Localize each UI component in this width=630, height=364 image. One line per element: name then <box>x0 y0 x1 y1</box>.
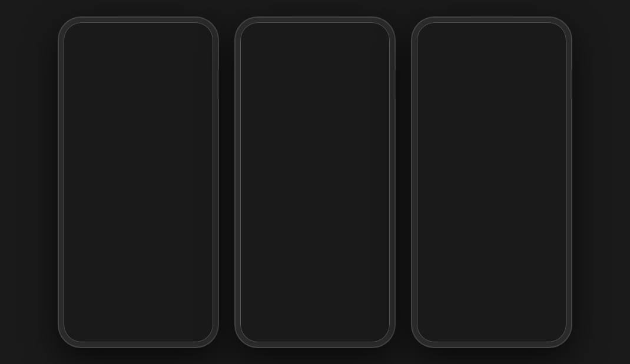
svg-rect-50 <box>342 106 346 113</box>
app-store-text-3: Download on the App Store <box>438 232 460 241</box>
svg-rect-64 <box>528 29 530 32</box>
status-icons-1 <box>175 26 204 33</box>
signal-icon-2 <box>352 26 359 33</box>
youtube-icon-2[interactable] <box>293 245 301 253</box>
brand-text-1: SecureTeen Powered by Zong <box>93 132 132 145</box>
instagram-icon[interactable] <box>105 229 114 237</box>
terms-link[interactable]: Terms of uses <box>118 256 141 261</box>
terms-text: By signing up, you agree to Terms of use… <box>71 256 206 266</box>
svg-rect-66 <box>532 27 534 32</box>
svg-rect-0 <box>175 29 177 32</box>
youtube-icon-3[interactable] <box>470 219 478 228</box>
facebook-icon-2[interactable]: f <box>271 245 279 253</box>
apple-icon-2: 🍎 <box>251 258 260 266</box>
battery-icon-3 <box>546 26 557 33</box>
svg-rect-82 <box>519 106 522 113</box>
hero-title-2: Safeguarding Your Kids, One Click At A T… <box>247 47 383 65</box>
status-bar-1: 9:41 <box>61 20 215 36</box>
status-time-3: 9:41 <box>426 26 439 33</box>
battery-icon-2 <box>370 26 380 33</box>
svg-point-78 <box>518 80 528 90</box>
svg-point-28 <box>108 232 111 234</box>
svg-point-55 <box>316 71 325 79</box>
follow-section-1: Follow Us f <box>71 229 206 237</box>
facebook-icon-3[interactable]: f <box>447 219 456 228</box>
app-store-button-3[interactable]: 🍎 Download on the App Store <box>424 231 464 243</box>
svg-rect-34 <box>356 27 357 32</box>
google-play-button-3[interactable]: ▶ GET IT ON Google Play <box>467 231 508 243</box>
trouble-contact: Please contact our Support <box>71 220 206 225</box>
resend-otp-link[interactable]: Resend OTP <box>354 193 383 199</box>
click-here-text: For home page <box>271 222 303 228</box>
screen-content-2: Safeguarding Your Kids, One Click At A T… <box>238 36 392 345</box>
play-icon-3: ▶ <box>470 233 476 241</box>
svg-rect-5 <box>194 27 201 31</box>
store-buttons-1: 🍎 Download on the App Store ▶ GET IT ON … <box>71 240 206 252</box>
google-play-text-1: GET IT ON Google Play <box>124 242 151 251</box>
brand-logo-2 <box>247 129 266 148</box>
phone-otp: 9:41 Safeguarding Your Kids, One Click A… <box>236 18 394 347</box>
brand-text-2: SecureTeen Powered by Zong <box>270 132 309 145</box>
svg-rect-32 <box>352 29 353 32</box>
svg-rect-43 <box>313 110 326 113</box>
facebook-icon[interactable]: f <box>94 229 102 237</box>
status-icons-2 <box>352 26 380 33</box>
svg-rect-10 <box>123 84 162 107</box>
hero-title-1: Safeguarding Your Kids, One Click At A T… <box>71 47 206 65</box>
youtube-icon[interactable] <box>117 229 125 237</box>
svg-point-61 <box>287 247 289 248</box>
app-store-button-2[interactable]: 🍎 Download on the App Store <box>247 256 287 269</box>
hero-illustration-3: Safeguarding Your Kids, One Click At A T… <box>424 41 559 123</box>
phone-congrats: 9:41 Safeguarding Your Kids, One Click A… <box>412 18 571 347</box>
click-here-section: Click Here For home page <box>247 222 383 228</box>
svg-rect-19 <box>171 106 174 113</box>
svg-rect-45 <box>280 92 293 108</box>
phone-input-value: 03317373883 <box>76 178 115 185</box>
svg-rect-6 <box>203 28 204 29</box>
svg-point-97 <box>464 222 465 223</box>
svg-rect-65 <box>530 28 532 32</box>
svg-rect-51 <box>347 106 351 113</box>
svg-rect-48 <box>339 91 344 102</box>
svg-point-26 <box>74 133 79 139</box>
signal-icon-3 <box>528 26 536 33</box>
otp-title: OTP Verification <box>247 153 383 162</box>
google-play-button-2[interactable]: ▶ GET IT ON Google Play <box>290 256 331 269</box>
google-play-button-1[interactable]: ▶ GET IT ON Google Play <box>114 240 155 252</box>
app-store-button-1[interactable]: 🍎 Download on the App Store <box>71 240 111 252</box>
battery-icon <box>193 26 204 33</box>
otp-input-group[interactable]: Enter OTP here 1456 <box>247 167 383 189</box>
status-time-1: 9:41 <box>73 26 86 33</box>
signal-icon <box>175 26 183 33</box>
svg-rect-18 <box>165 106 169 113</box>
instagram-icon-2[interactable] <box>282 245 290 253</box>
svg-point-87 <box>493 71 502 79</box>
svg-point-60 <box>285 248 287 251</box>
status-bar-2: 9:41 <box>238 20 392 36</box>
svg-rect-33 <box>354 28 356 32</box>
hero-illustration-1: Safeguarding Your Kids, One Click At A T… <box>71 41 206 123</box>
resend-row: Resend OTP <box>247 193 383 199</box>
svg-rect-49 <box>346 91 351 102</box>
phone-screen-2: 9:41 Safeguarding Your Kids, One Click A… <box>238 20 392 345</box>
svg-point-14 <box>164 80 174 90</box>
phone-input-group[interactable]: Enter your Phone number 03317373883 <box>71 167 206 189</box>
store-buttons-2: 🍎 Download on the App Store ▶ GET IT ON … <box>247 256 383 269</box>
hero-illustration-2: Safeguarding Your Kids, One Click At A T… <box>247 41 383 123</box>
apple-icon: 🍎 <box>74 242 83 250</box>
svg-point-86 <box>447 89 455 99</box>
play-icon: ▶ <box>117 242 122 250</box>
instagram-icon-3[interactable] <box>459 219 467 228</box>
svg-rect-13 <box>103 92 117 108</box>
svg-rect-74 <box>476 84 515 107</box>
svg-rect-70 <box>556 28 557 29</box>
continue-button[interactable]: Continue <box>71 193 206 209</box>
click-here-link[interactable]: Click Here <box>247 222 270 228</box>
submit-button[interactable]: Submit <box>247 202 383 218</box>
app-store-text-2: Download on the App Store <box>261 258 284 267</box>
svg-point-46 <box>341 80 351 90</box>
trouble-section: Having trouble logging in? Please contac… <box>71 213 206 225</box>
follow-section-2: Follow Us f <box>247 245 383 253</box>
phone-signup: 9:41 Safeguarding Your Kids, One Click A… <box>59 18 218 347</box>
svg-rect-80 <box>516 91 520 102</box>
